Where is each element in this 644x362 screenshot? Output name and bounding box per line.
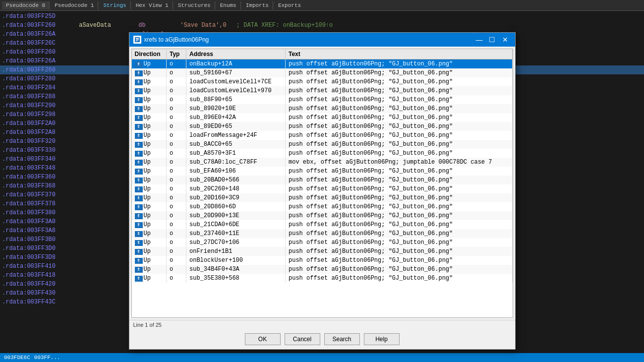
cell-text: push offset aGjButton06Png; "GJ_button_0… xyxy=(286,193,513,202)
minimize-button[interactable]: — xyxy=(473,35,485,45)
maximize-button[interactable]: ☐ xyxy=(486,35,498,45)
cell-direction: ⇑Up xyxy=(132,247,167,256)
cell-type: o xyxy=(167,158,186,167)
cell-address: sub_21CDA0+6DE xyxy=(186,220,286,229)
cell-direction: ⇑Up xyxy=(132,274,167,283)
cell-text: push offset aGjButton06Png; "GJ_button_0… xyxy=(286,68,513,77)
xrefs-table-container: Direction Typ Address Text ⇑UpoonBackup+… xyxy=(131,49,513,318)
cell-address: loadCustomLevelCell+7CE xyxy=(186,77,286,86)
ok-button[interactable]: OK xyxy=(245,333,281,345)
table-row[interactable]: ⇑UpoloadFromMessage+24Fpush offset aGjBu… xyxy=(132,131,513,140)
cell-direction: ⇑Up xyxy=(132,95,167,104)
cell-address: sub_C78A0:loc_C78FF xyxy=(186,158,286,167)
cell-type: o xyxy=(167,184,186,193)
cell-direction: ⇑Up xyxy=(132,167,167,176)
cell-type: o xyxy=(167,247,186,256)
cell-type: o xyxy=(167,122,186,131)
cell-address: sub_89ED0+65 xyxy=(186,122,286,131)
cell-direction: ⇑Up xyxy=(132,211,167,220)
cell-type: o xyxy=(167,60,186,69)
table-row[interactable]: ⇑Uposub_20D860+6Dpush offset aGjButton06… xyxy=(132,202,513,211)
cell-text: push offset aGjButton06Png; "GJ_button_0… xyxy=(286,113,513,122)
table-row[interactable]: ⇑Uposub_EFA60+106push offset aGjButton06… xyxy=(132,167,513,176)
cell-type: o xyxy=(167,149,186,158)
col-header-text: Text xyxy=(286,49,513,60)
cell-address: onBackup+12A xyxy=(186,60,286,69)
table-row[interactable]: ⇑UpoonBackup+12Apush offset aGjButton06P… xyxy=(132,60,513,69)
cell-text: push offset aGjButton06Png; "GJ_button_0… xyxy=(286,77,513,86)
table-row[interactable]: ⇑Uposub_20BAD0+566push offset aGjButton0… xyxy=(132,176,513,184)
svg-rect-3 xyxy=(136,41,138,41)
cell-direction: ⇑Up xyxy=(132,60,167,69)
cell-address: sub_89020+10E xyxy=(186,104,286,113)
col-header-typ: Typ xyxy=(167,49,186,60)
xrefs-table-scroll[interactable]: Direction Typ Address Text ⇑UpoonBackup+… xyxy=(132,49,513,283)
cell-text: push offset aGjButton06Png; "GJ_button_0… xyxy=(286,167,513,176)
table-row[interactable]: ⇑Uposub_896E0+42Apush offset aGjButton06… xyxy=(132,113,513,122)
table-row[interactable]: ⇑Uposub_34B4F0+43Apush offset aGjButton0… xyxy=(132,265,513,274)
table-row[interactable]: ⇑Uposub_A8570+3F1push offset aGjButton06… xyxy=(132,149,513,158)
status-text: Line 1 of 25 xyxy=(133,322,162,328)
cell-direction: ⇑Up xyxy=(132,131,167,140)
cell-type: o xyxy=(167,256,186,265)
cell-direction: ⇑Up xyxy=(132,149,167,158)
table-row[interactable]: ⇑Uposub_21CDA0+6DEpush offset aGjButton0… xyxy=(132,220,513,229)
cell-text: push offset aGjButton06Png; "GJ_button_0… xyxy=(286,95,513,104)
cell-address: sub_27DC70+106 xyxy=(186,238,286,247)
cell-address: sub_20BAD0+566 xyxy=(186,176,286,184)
cell-address: sub_896E0+42A xyxy=(186,113,286,122)
table-row[interactable]: ⇑Uposub_89ED0+65push offset aGjButton06P… xyxy=(132,122,513,131)
table-row[interactable]: ⇑UpoonBlockUser+100push offset aGjButton… xyxy=(132,256,513,265)
xrefs-table: Direction Typ Address Text ⇑UpoonBackup+… xyxy=(132,49,513,283)
cell-text: push offset aGjButton06Png; "GJ_button_0… xyxy=(286,104,513,113)
cell-text: push offset aGjButton06Png; "GJ_button_0… xyxy=(286,238,513,247)
table-row[interactable]: ⇑Uposub_89020+10Epush offset aGjButton06… xyxy=(132,104,513,113)
table-row[interactable]: ⇑Uposub_C78A0:loc_C78FFmov ebx, offset a… xyxy=(132,158,513,167)
cancel-button[interactable]: Cancel xyxy=(285,333,320,345)
table-row[interactable]: ⇑UpoonFriend+1B1push offset aGjButton06P… xyxy=(132,247,513,256)
cell-text: push offset aGjButton06Png; "GJ_button_0… xyxy=(286,176,513,184)
cell-text: push offset aGjButton06Png; "GJ_button_0… xyxy=(286,202,513,211)
cell-type: o xyxy=(167,167,186,176)
cell-address: sub_20D160+3C9 xyxy=(186,193,286,202)
table-row[interactable]: ⇑Uposub_20D900+13Epush offset aGjButton0… xyxy=(132,211,513,220)
cell-direction: ⇑Up xyxy=(132,122,167,131)
cell-address: sub_59160+67 xyxy=(186,68,286,77)
table-row[interactable]: ⇑Uposub_88F90+65push offset aGjButton06P… xyxy=(132,95,513,104)
cell-address: sub_8ACC0+65 xyxy=(186,140,286,149)
cell-text: mov ebx, offset aGjButton06Png; jumptabl… xyxy=(286,158,513,167)
search-button[interactable]: Search xyxy=(324,333,360,345)
cell-address: onFriend+1B1 xyxy=(186,247,286,256)
table-row[interactable]: ⇑UpoloadCustomLevelCell+7CEpush offset a… xyxy=(132,77,513,86)
table-row[interactable]: ⇑Uposub_27DC70+106push offset aGjButton0… xyxy=(132,238,513,247)
cell-type: o xyxy=(167,220,186,229)
table-row[interactable]: ⇑Uposub_237460+11Epush offset aGjButton0… xyxy=(132,229,513,238)
cell-direction: ⇑Up xyxy=(132,158,167,167)
help-button[interactable]: Help xyxy=(364,333,400,345)
table-row[interactable]: ⇑Uposub_59160+67push offset aGjButton06P… xyxy=(132,68,513,77)
xrefs-dialog: xrefs to aGjButton06Png — ☐ ✕ Direction … xyxy=(129,32,516,350)
close-button[interactable]: ✕ xyxy=(499,35,511,45)
table-row[interactable]: ⇑Uposub_20D160+3C9push offset aGjButton0… xyxy=(132,193,513,202)
cell-address: sub_237460+11E xyxy=(186,229,286,238)
cell-type: o xyxy=(167,176,186,184)
cell-type: o xyxy=(167,202,186,211)
table-row[interactable]: ⇑Uposub_8ACC0+65push offset aGjButton06P… xyxy=(132,140,513,149)
cell-direction: ⇑Up xyxy=(132,104,167,113)
cell-address: sub_35E380+568 xyxy=(186,274,286,283)
table-row[interactable]: ⇑Uposub_20C260+148push offset aGjButton0… xyxy=(132,184,513,193)
cell-direction: ⇑Up xyxy=(132,229,167,238)
dialog-icon xyxy=(133,36,141,44)
table-row[interactable]: ⇑UpoloadCustomLevelCell+970push offset a… xyxy=(132,86,513,95)
cell-type: o xyxy=(167,265,186,274)
cell-type: o xyxy=(167,95,186,104)
cell-type: o xyxy=(167,104,186,113)
cell-direction: ⇑Up xyxy=(132,202,167,211)
dialog-statusbar: Line 1 of 25 xyxy=(129,320,515,329)
cell-type: o xyxy=(167,238,186,247)
cell-address: onBlockUser+100 xyxy=(186,256,286,265)
table-row[interactable]: ⇑Uposub_35E380+568push offset aGjButton0… xyxy=(132,274,513,283)
cell-text: push offset aGjButton06Png; "GJ_button_0… xyxy=(286,211,513,220)
cell-direction: ⇑Up xyxy=(132,68,167,77)
svg-rect-1 xyxy=(136,38,139,39)
